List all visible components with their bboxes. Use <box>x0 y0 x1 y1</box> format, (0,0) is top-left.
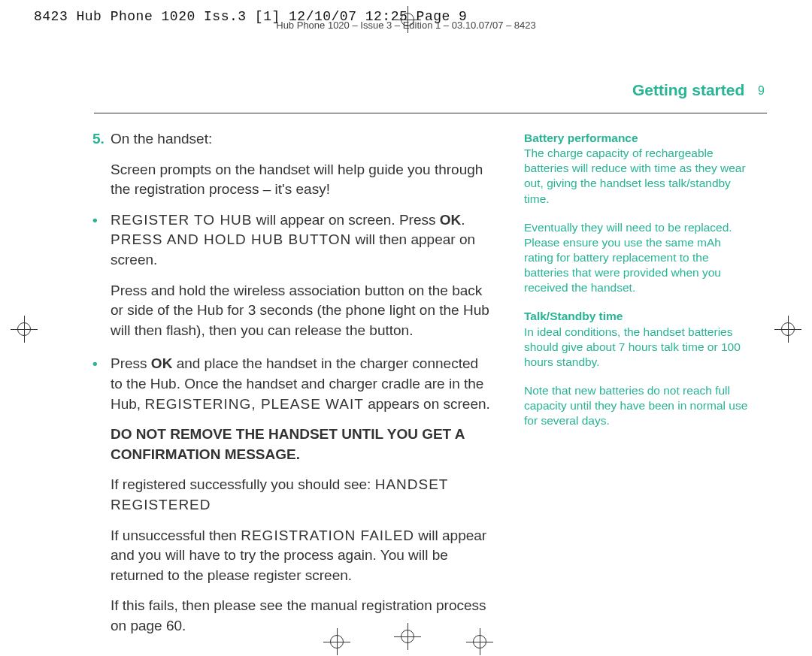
intro-paragraph: Screen prompts on the handset will help … <box>111 160 490 200</box>
side-paragraph: Eventually they will need to be replaced… <box>524 220 750 296</box>
body-text: If registered successfully you should se… <box>111 476 375 492</box>
side-block: Note that new batteries do not reach ful… <box>524 383 750 428</box>
horizontal-rule <box>94 113 767 113</box>
bullet-icon: • <box>92 354 111 374</box>
success-line: If registered successfully you should se… <box>111 475 490 515</box>
warning-message: DO NOT REMOVE THE HANDSET UNTIL YOU GET … <box>111 425 490 464</box>
ok-key: OK <box>440 212 462 228</box>
page-number: 9 <box>758 84 765 97</box>
body-text: If unsuccessful then <box>111 528 241 543</box>
side-block: Eventually they will need to be replaced… <box>524 220 750 296</box>
lcd-text: REGISTRATION FAILED <box>241 528 414 543</box>
side-paragraph: Note that new batteries do not reach ful… <box>524 383 750 428</box>
heading-text: Getting started <box>632 81 744 98</box>
manual-page: 8423 Hub Phone 1020 Iss.3 [1] 12/10/07 1… <box>0 0 812 656</box>
side-block: Talk/Standby time In ideal conditions, t… <box>524 309 750 370</box>
body-text: will appear on screen. Press <box>253 212 440 228</box>
side-paragraph: The charge capacity of rechargeable batt… <box>524 146 750 207</box>
main-column: 5.On the handset: Screen prompts on the … <box>111 129 490 646</box>
side-heading: Talk/Standby time <box>524 309 750 324</box>
crop-mark-icon <box>774 316 801 343</box>
side-heading: Battery performance <box>524 131 750 146</box>
crop-mark-icon <box>11 316 38 343</box>
section-heading: Getting started 9 <box>632 81 765 99</box>
bullet-icon: • <box>92 210 111 231</box>
body-text: Press <box>111 355 151 371</box>
bullet-2: •Press OK and place the handset in the c… <box>111 354 490 414</box>
side-paragraph: In ideal conditions, the handset batteri… <box>524 325 750 370</box>
side-block: Battery performance The charge capacity … <box>524 131 750 207</box>
lcd-text: REGISTERING, PLEASE WAIT <box>144 396 363 412</box>
body-text: . <box>461 212 465 228</box>
bullet-1-paragraph: Press and hold the wireless association … <box>111 281 490 341</box>
step-line: 5.On the handset: <box>111 129 490 150</box>
failure-line: If unsuccessful then REGISTRATION FAILED… <box>111 526 490 586</box>
crop-mark-icon <box>394 6 421 33</box>
final-paragraph: If this fails, then please see the manua… <box>111 596 490 636</box>
bullet-1: •REGISTER TO HUB will appear on screen. … <box>111 210 490 271</box>
ok-key: OK <box>151 355 173 371</box>
step-number: 5. <box>92 129 111 150</box>
lcd-text: REGISTER TO HUB <box>111 212 253 228</box>
step-intro: On the handset: <box>111 131 212 147</box>
sidebar-column: Battery performance The charge capacity … <box>524 131 750 442</box>
body-text: appears on screen. <box>364 396 490 412</box>
lcd-text: PRESS AND HOLD HUB BUTTON <box>111 231 351 247</box>
